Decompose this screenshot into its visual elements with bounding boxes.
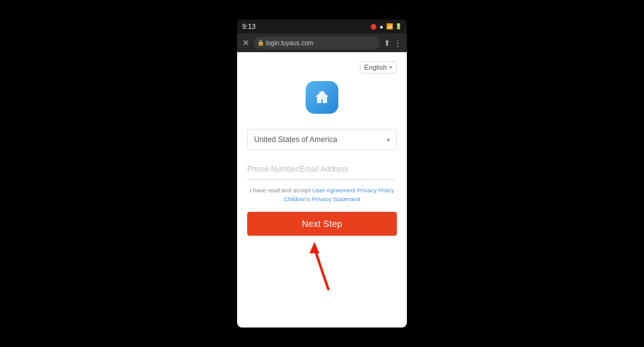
- status-icon-rec: ⬤: [370, 23, 377, 30]
- user-agreement-link[interactable]: User Agreement: [312, 187, 355, 194]
- browser-bar: ✕ 🔒 login.tuyaus.com ⬆ ⋮: [237, 33, 407, 52]
- browser-actions: ⬆ ⋮: [384, 38, 402, 48]
- browser-url-bar[interactable]: 🔒 login.tuyaus.com: [253, 36, 380, 49]
- country-text: United States of America: [254, 135, 337, 144]
- more-options-icon[interactable]: ⋮: [394, 38, 402, 48]
- app-icon: [306, 81, 338, 114]
- country-selector[interactable]: United States of America ▾: [247, 129, 397, 150]
- status-bar: 9:13 ⬤ ▲ 📶 🔋: [237, 19, 407, 33]
- svg-point-0: [321, 94, 323, 95]
- svg-line-1: [314, 248, 328, 289]
- status-time: 9:13: [242, 23, 255, 30]
- status-icon-battery: 🔋: [395, 23, 402, 30]
- arrow-annotation: [247, 236, 397, 292]
- phone-frame: 9:13 ⬤ ▲ 📶 🔋 ✕ 🔒 login.tuyaus.com ⬆ ⋮ En…: [237, 19, 407, 328]
- next-step-button[interactable]: Next Step: [247, 212, 397, 236]
- browser-close-button[interactable]: ✕: [242, 38, 250, 48]
- page-content: English ▾ United States of America ▾ I h…: [237, 52, 407, 328]
- terms-text: I have read and accept User Agreement Pr…: [250, 186, 394, 204]
- home-icon-svg: [313, 88, 331, 107]
- svg-marker-2: [309, 242, 319, 253]
- phone-email-input[interactable]: [247, 159, 397, 180]
- language-label: English: [364, 63, 387, 71]
- red-arrow-svg: [297, 236, 347, 292]
- status-icons: ⬤ ▲ 📶 🔋: [370, 23, 402, 30]
- language-selector[interactable]: English ▾: [360, 61, 397, 74]
- childrens-privacy-link[interactable]: Children's Privacy Statement: [284, 196, 360, 202]
- language-dropdown-arrow: ▾: [389, 64, 392, 70]
- terms-prefix: I have read and accept: [250, 187, 312, 194]
- share-icon[interactable]: ⬆: [384, 38, 391, 48]
- status-icon-wifi: ▲: [379, 23, 384, 30]
- privacy-policy-link[interactable]: Privacy Policy: [357, 187, 394, 194]
- status-icon-signal: 📶: [386, 23, 393, 30]
- url-text: login.tuyaus.com: [266, 40, 313, 47]
- country-dropdown-arrow: ▾: [387, 136, 390, 143]
- lock-icon: 🔒: [257, 40, 264, 46]
